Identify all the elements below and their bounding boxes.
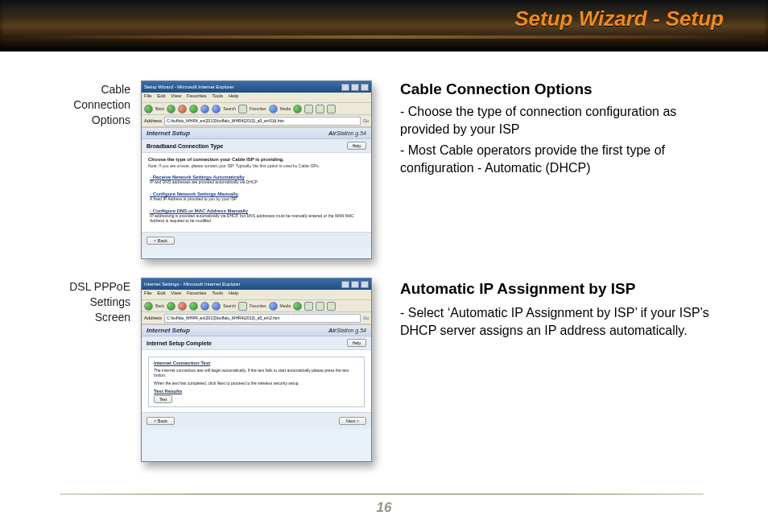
back-button[interactable]: < Back <box>147 417 175 425</box>
print-icon[interactable] <box>316 302 324 311</box>
media-label: Media <box>280 303 291 308</box>
menu-favorites[interactable]: Favorites <box>187 93 207 98</box>
stop-icon[interactable] <box>178 105 187 113</box>
minimize-icon[interactable] <box>341 84 349 91</box>
option-2-desc: A fixed IP Address is provided to you by… <box>150 196 363 201</box>
section-paragraph-1: - Choose the type of connection configur… <box>400 103 714 138</box>
address-input[interactable] <box>164 314 361 323</box>
content-footer: < Back <box>142 232 371 249</box>
media-icon[interactable] <box>269 105 278 113</box>
search-icon[interactable] <box>212 105 221 113</box>
caption-b-l3: Screen <box>95 311 130 324</box>
back-icon[interactable] <box>144 302 153 311</box>
menu-help[interactable]: Help <box>229 93 238 98</box>
menu-file[interactable]: File <box>144 93 152 98</box>
option-2: - Configure Network Settings Manually A … <box>148 189 365 206</box>
search-label: Search <box>223 303 236 308</box>
refresh-icon[interactable] <box>189 105 198 113</box>
refresh-icon[interactable] <box>189 302 198 311</box>
caption-a-l2: Connection <box>73 98 130 111</box>
edit-icon[interactable] <box>327 302 336 311</box>
next-button[interactable]: Next > <box>339 417 366 425</box>
page-body: Internet Setup AirStation g.54 Internet … <box>142 324 371 429</box>
menu-view[interactable]: View <box>171 291 181 295</box>
home-icon[interactable] <box>200 302 209 311</box>
history-icon[interactable] <box>293 105 302 113</box>
connection-test-p1: The internet connection test will begin … <box>154 368 359 377</box>
search-icon[interactable] <box>212 302 221 311</box>
brand-c: g.54 <box>353 328 366 333</box>
back-button[interactable]: < Back <box>147 237 175 245</box>
maximize-icon[interactable] <box>351 84 359 91</box>
content-main: Internet Connection Test The internet co… <box>142 350 371 412</box>
connection-test-box: Internet Connection Test The internet co… <box>148 357 365 407</box>
menu-tools[interactable]: Tools <box>212 291 223 295</box>
help-button[interactable]: Help <box>347 339 366 347</box>
address-bar: Address Go <box>142 115 371 127</box>
caption-a: Cable Connection Options <box>50 82 130 128</box>
brand: AirStation g.54 <box>328 130 366 136</box>
home-icon[interactable] <box>200 105 209 113</box>
favorites-label: Favorites <box>250 303 266 308</box>
section-paragraph-3: - Select ‘Automatic IP Assignment by ISP… <box>400 304 714 339</box>
option-3-desc: IP addressing is provided automatically … <box>150 213 363 223</box>
menu-view[interactable]: View <box>171 93 181 98</box>
close-icon[interactable] <box>361 84 369 91</box>
forward-icon[interactable] <box>167 105 175 113</box>
window-title: Setup Wizard - Microsoft Internet Explor… <box>144 85 234 89</box>
page-number: 16 <box>0 500 768 516</box>
sub-title: Internet Setup Complete <box>147 340 212 346</box>
option-1-desc: IP and DNS addresses are provided automa… <box>150 179 363 184</box>
go-button[interactable]: Go <box>363 118 369 123</box>
favorites-icon[interactable] <box>238 302 247 311</box>
menu-file[interactable]: File <box>144 291 152 295</box>
brand-c: g.54 <box>353 130 366 136</box>
caption-a-l1: Cable <box>101 83 130 96</box>
connection-test-p2: When the test has completed, click Next … <box>154 381 359 386</box>
edit-icon[interactable] <box>327 105 336 113</box>
address-input[interactable] <box>164 117 361 126</box>
content-main: Choose the type of connection your Cable… <box>142 153 371 232</box>
footer-rule <box>60 493 704 495</box>
menu-help[interactable]: Help <box>229 291 238 295</box>
header-underline <box>0 35 768 39</box>
menu-tools[interactable]: Tools <box>212 93 223 98</box>
content-header: Internet Setup AirStation g.54 <box>142 325 371 336</box>
address-bar: Address Go <box>142 312 371 324</box>
mail-icon[interactable] <box>304 105 313 113</box>
forward-icon[interactable] <box>167 302 175 311</box>
minimize-icon[interactable] <box>341 281 349 288</box>
menubar: File Edit View Favorites Tools Help <box>142 290 371 300</box>
content-subheader: Internet Setup Complete Help <box>142 336 371 350</box>
mail-icon[interactable] <box>304 302 313 311</box>
address-label: Address <box>144 315 162 320</box>
window-buttons <box>341 281 369 288</box>
content-footer: < Back Next > <box>142 412 371 429</box>
close-icon[interactable] <box>361 281 369 288</box>
caption-b-l2: Settings <box>89 295 130 308</box>
go-button[interactable]: Go <box>363 315 369 320</box>
option-3: - Configure DNS or MAC Address Manually … <box>148 206 365 228</box>
print-icon[interactable] <box>316 105 324 113</box>
help-button[interactable]: Help <box>347 142 366 150</box>
favorites-icon[interactable] <box>238 105 247 113</box>
window-title: Internet Settings - Microsoft Internet E… <box>144 282 240 287</box>
brand-b: Station <box>337 328 354 333</box>
menu-edit[interactable]: Edit <box>157 93 165 98</box>
brand: AirStation g.54 <box>328 328 366 333</box>
caption-b: DSL PPPoE Settings Screen <box>50 279 130 325</box>
brand-a: Air <box>328 130 337 136</box>
media-label: Media <box>280 106 291 111</box>
test-button[interactable]: Test <box>154 395 172 403</box>
page-body: Internet Setup AirStation g.54 Broadband… <box>142 127 371 249</box>
maximize-icon[interactable] <box>351 281 359 288</box>
back-icon[interactable] <box>144 105 153 113</box>
menu-edit[interactable]: Edit <box>157 291 165 295</box>
menu-favorites[interactable]: Favorites <box>187 291 207 295</box>
connection-test-title: Internet Connection Test <box>154 361 359 365</box>
history-icon[interactable] <box>293 302 302 311</box>
section-paragraph-2: - Most Cable operators provide the first… <box>400 142 714 176</box>
media-icon[interactable] <box>269 302 278 311</box>
content-title: Internet Setup <box>147 327 190 334</box>
stop-icon[interactable] <box>178 302 187 311</box>
